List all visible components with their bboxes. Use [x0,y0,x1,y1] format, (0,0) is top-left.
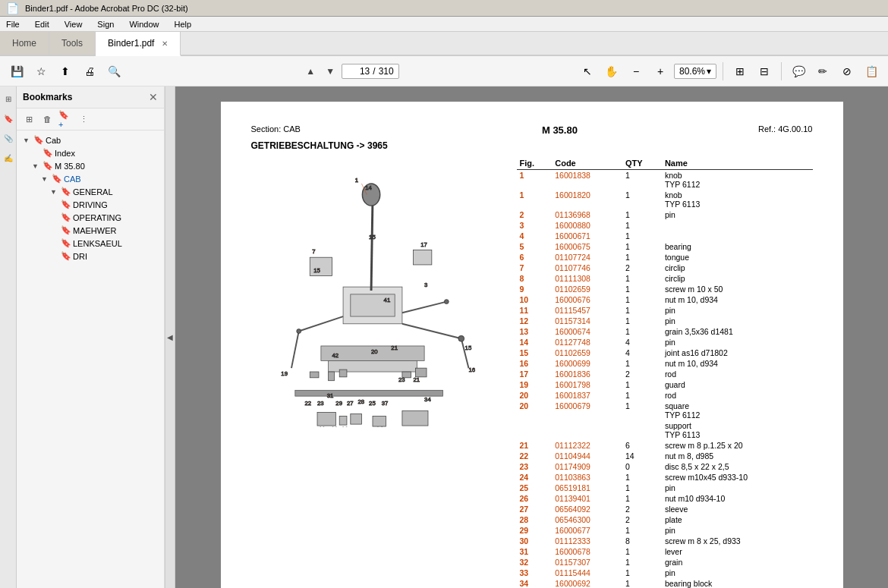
svg-line-5 [461,338,468,368]
svg-text:16: 16 [468,366,475,373]
cell-qty: 1 [622,483,662,493]
bookmark-lenksaeul[interactable]: 🔖 LENKSAEUL [17,237,164,250]
cell-code: 16000675 [552,241,622,252]
tab-document[interactable]: Binder1.pdf ✕ [96,32,181,56]
svg-text:34: 34 [376,426,383,427]
menu-window[interactable]: Window [126,18,162,30]
menu-help[interactable]: Help [172,18,195,30]
tab-tools[interactable]: Tools [49,32,96,55]
menu-sign[interactable]: Sign [94,18,117,30]
bookmark-cab-sub[interactable]: ▼ 🔖 CAB [17,172,164,185]
cell-code: 16001798 [552,379,622,390]
cell-code: 16000679 [552,401,622,420]
svg-text:41: 41 [383,297,390,303]
bookmark-m3580[interactable]: ▼ 🔖 M 35.80 [17,159,164,172]
cell-fig: 27 [517,504,553,514]
svg-line-7 [401,302,446,313]
cell-code: 16001837 [552,390,622,401]
svg-text:1: 1 [354,177,357,184]
zoom-in-button[interactable]: + [650,61,671,82]
bookmark-label-lenksaeul: LENKSAEUL [73,239,122,248]
cell-code: 01111308 [552,273,622,284]
cell-code: 16000699 [552,358,622,369]
cell-code [552,420,622,440]
svg-text:15: 15 [464,344,471,351]
svg-rect-15 [328,372,334,381]
bookmark-maehwer[interactable]: 🔖 MAEHWER [17,224,164,237]
bookmark-driving[interactable]: 🔖 DRIVING [17,198,164,211]
bookmark-operating[interactable]: 🔖 OPERATING [17,211,164,224]
table-row: 6011077241tongue [517,252,813,263]
bookmark-index[interactable]: 🔖 Index [17,146,164,159]
signatures-panel-button[interactable]: ✍ [1,150,16,165]
comment-button[interactable]: 💬 [788,61,809,82]
table-row: 29160006771pin [517,525,813,536]
cursor-tool-button[interactable]: ↖ [577,61,598,82]
stamp-button[interactable]: 📋 [861,61,882,82]
cell-code: 01112333 [552,536,622,546]
bm-delete-button[interactable]: 🗑 [39,112,55,127]
zoom-dropdown-icon[interactable]: ▾ [707,66,711,77]
cell-fig: 13 [517,326,553,337]
toggle-cab-sub[interactable]: ▼ [41,175,52,183]
toggle-cab[interactable]: ▼ [23,137,33,144]
bookmarks-header: Bookmarks ✕ [17,86,164,108]
tab-home[interactable]: Home [0,32,49,55]
page-number-input[interactable] [347,66,370,77]
pdf-area[interactable]: Section: CAB M 35.80 Ref.: 4G.00.10 GETR… [175,86,888,588]
cell-fig: 26 [517,493,553,504]
table-row: 20160018371rod [517,390,813,401]
toggle-general[interactable]: ▼ [50,188,61,196]
cell-fig: 24 [517,472,553,483]
bookmarks-close-button[interactable]: ✕ [149,91,158,103]
menu-edit[interactable]: Edit [32,18,52,30]
cell-fig: 23 [517,461,553,472]
layout-button[interactable]: ⊟ [754,61,775,82]
print-button[interactable]: 🖨 [79,61,100,82]
cell-fig: 33 [517,568,553,578]
cell-code: 16000677 [552,525,622,536]
table-row: 34160006921bearing block [517,578,813,588]
cell-code: 01102659 [552,347,622,358]
svg-text:25: 25 [369,400,376,407]
bookmark-general[interactable]: ▼ 🔖 GENERAL [17,185,164,198]
bm-options-button[interactable]: ⋮ [76,112,91,127]
zoom-out-button[interactable]: − [625,61,647,82]
page-down-button[interactable]: ▼ [322,63,339,80]
bookmark-cab[interactable]: ▼ 🔖 Cab [17,134,164,146]
hand-tool-button[interactable]: ✋ [601,61,622,82]
cell-fig: 16 [517,358,553,369]
cell-code: 01157307 [552,557,622,568]
bookmark-dri[interactable]: 🔖 DRI [17,250,164,263]
col-code: Code [552,157,622,170]
sidebar-collapse-button[interactable]: ◀ [165,86,175,588]
menu-view[interactable]: View [61,18,86,30]
bookmark-button[interactable]: ☆ [30,61,52,82]
save-button[interactable]: 💾 [6,61,27,82]
upload-button[interactable]: ⬆ [55,61,76,82]
search-button[interactable]: 🔍 [103,61,124,82]
menu-file[interactable]: File [3,18,23,30]
svg-rect-20 [413,250,431,264]
table-row: 2011369681pin [517,209,813,220]
view-mode-button[interactable]: ⊞ [729,61,751,82]
table-row: 20160006791square TYP 6112 [517,401,813,420]
bookmarks-panel-button[interactable]: 🔖 [1,111,16,126]
cell-name: joint as16 d71802 [662,347,813,358]
tab-close-button[interactable]: ✕ [162,39,168,48]
svg-line-9 [298,316,342,331]
page-up-button[interactable]: ▲ [302,63,319,80]
cell-qty: 2 [622,369,662,379]
draw-button[interactable]: ✏ [812,61,833,82]
bm-add-button[interactable]: 🔖+ [58,112,73,127]
svg-text:7: 7 [312,248,315,255]
svg-rect-46 [317,413,335,426]
parts-table-area: Fig. Code QTY Name 1160018381knob TYP 61… [517,154,813,588]
attachments-panel-button[interactable]: 📎 [1,130,16,146]
highlight-button[interactable]: ⊘ [836,61,858,82]
toggle-m3580[interactable]: ▼ [32,162,43,170]
cell-qty: 1 [622,209,662,220]
pages-panel-button[interactable]: ⊞ [1,91,16,106]
bm-expand-all-button[interactable]: ⊞ [21,112,36,127]
svg-text:37: 37 [381,400,388,407]
